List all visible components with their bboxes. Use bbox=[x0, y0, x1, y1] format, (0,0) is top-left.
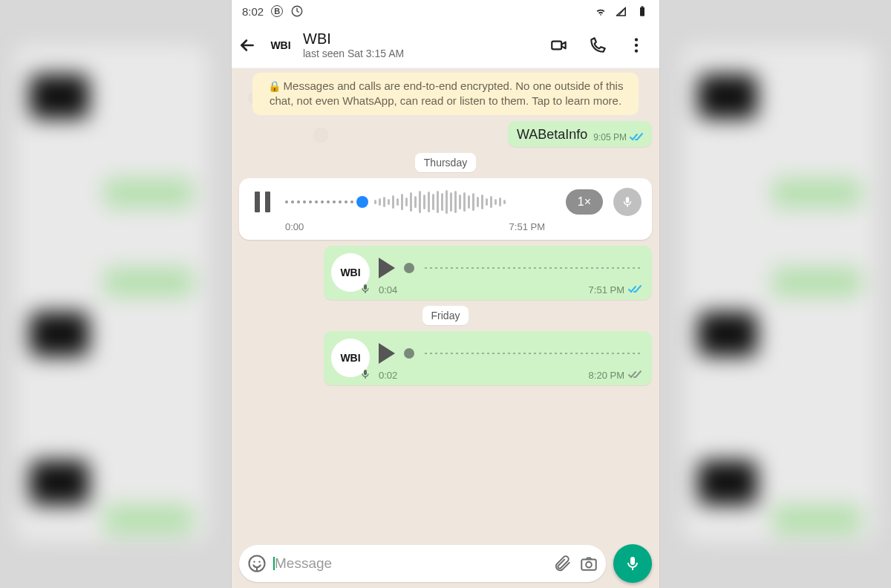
whatsapp-status-icon bbox=[290, 4, 304, 18]
encryption-notice[interactable]: 🔒Messages and calls are end-to-end encry… bbox=[252, 73, 639, 115]
attach-icon[interactable] bbox=[552, 554, 572, 573]
message-time: 9:05 PM bbox=[593, 132, 627, 143]
phone-frame: 8:02 B WBI WBI last seen Sat 3:15 AM bbox=[232, 0, 659, 588]
svg-rect-1 bbox=[640, 7, 644, 16]
contact-title-block[interactable]: WBI last seen Sat 3:15 AM bbox=[303, 30, 542, 59]
read-ticks-icon bbox=[630, 132, 644, 143]
svg-point-4 bbox=[635, 38, 638, 41]
voice-duration: 0:02 bbox=[379, 370, 397, 381]
camera-icon[interactable] bbox=[579, 554, 598, 573]
date-separator: Thursday bbox=[415, 153, 476, 172]
play-button[interactable] bbox=[379, 258, 395, 278]
chat-header: WBI WBI last seen Sat 3:15 AM bbox=[232, 22, 659, 68]
voice-call-icon[interactable] bbox=[588, 36, 607, 55]
voice-sender-mic-icon bbox=[613, 188, 642, 216]
date-separator: Friday bbox=[422, 306, 469, 325]
voice-seek-thumb[interactable] bbox=[404, 348, 414, 359]
svg-rect-10 bbox=[581, 560, 596, 570]
voice-avatar: WBI bbox=[331, 339, 370, 377]
battery-icon bbox=[636, 4, 649, 18]
svg-point-5 bbox=[635, 43, 638, 46]
status-time: 8:02 bbox=[242, 5, 264, 18]
voice-seek-thumb[interactable] bbox=[404, 263, 414, 273]
background-blur-left bbox=[15, 45, 208, 542]
status-bar: 8:02 B bbox=[232, 0, 659, 22]
more-menu-icon[interactable] bbox=[627, 36, 646, 55]
svg-rect-2 bbox=[642, 6, 644, 7]
message-outgoing-text[interactable]: WABetaInfo 9:05 PM bbox=[508, 121, 652, 147]
message-input-bar: Message bbox=[232, 542, 659, 588]
svg-point-11 bbox=[586, 562, 592, 568]
voice-duration: 0:04 bbox=[379, 284, 397, 295]
background-blur-right bbox=[683, 45, 876, 542]
message-input[interactable]: Message bbox=[239, 545, 606, 582]
mic-badge-icon bbox=[359, 368, 371, 380]
svg-point-8 bbox=[253, 561, 255, 563]
contact-last-seen: last seen Sat 3:15 AM bbox=[303, 48, 542, 59]
read-ticks-icon bbox=[628, 284, 643, 295]
playback-speed-button[interactable]: 1× bbox=[566, 189, 603, 215]
voice-message-player: 1× 0:00 7:51 PM bbox=[239, 178, 652, 240]
seek-thumb[interactable] bbox=[356, 196, 368, 208]
contact-name: WBI bbox=[303, 30, 542, 47]
svg-rect-3 bbox=[552, 41, 561, 49]
signal-icon bbox=[615, 4, 628, 18]
play-button[interactable] bbox=[379, 343, 395, 364]
contact-avatar[interactable]: WBI bbox=[266, 30, 296, 60]
chat-scroll-area[interactable]: 🔒Messages and calls are end-to-end encry… bbox=[232, 68, 659, 542]
voice-end-time: 7:51 PM bbox=[509, 221, 545, 232]
mic-icon bbox=[624, 555, 642, 572]
message-outgoing-voice[interactable]: WBI 0:04 7:51 PM bbox=[324, 246, 652, 300]
wifi-icon bbox=[594, 4, 607, 18]
lock-icon: 🔒 bbox=[268, 80, 281, 92]
avatar-text: WBI bbox=[270, 39, 290, 51]
svg-point-9 bbox=[258, 561, 260, 563]
pause-button[interactable] bbox=[249, 192, 275, 212]
voice-track[interactable] bbox=[423, 267, 643, 269]
video-call-icon[interactable] bbox=[549, 36, 569, 55]
voice-seek-track[interactable] bbox=[285, 187, 555, 217]
voice-time: 7:51 PM bbox=[589, 284, 624, 295]
svg-point-6 bbox=[635, 49, 638, 52]
voice-elapsed: 0:00 bbox=[285, 221, 304, 232]
message-input-placeholder: Message bbox=[275, 555, 545, 572]
voice-time: 8:20 PM bbox=[589, 370, 624, 381]
message-body: WABetaInfo bbox=[517, 127, 587, 143]
voice-track[interactable] bbox=[423, 353, 643, 354]
back-button[interactable] bbox=[236, 36, 258, 55]
status-b-icon: B bbox=[271, 5, 283, 17]
message-outgoing-voice[interactable]: WBI 0:02 8:20 PM bbox=[324, 331, 652, 385]
arrow-left-icon bbox=[238, 36, 257, 55]
mic-badge-icon bbox=[359, 283, 371, 295]
voice-avatar: WBI bbox=[331, 253, 370, 292]
sticker-emoji-icon[interactable] bbox=[247, 553, 267, 574]
delivered-ticks-icon bbox=[628, 370, 643, 380]
waveform-icon bbox=[374, 190, 506, 214]
record-voice-button[interactable] bbox=[613, 544, 652, 583]
encryption-text: Messages and calls are end-to-end encryp… bbox=[270, 79, 623, 107]
text-cursor bbox=[273, 557, 275, 570]
